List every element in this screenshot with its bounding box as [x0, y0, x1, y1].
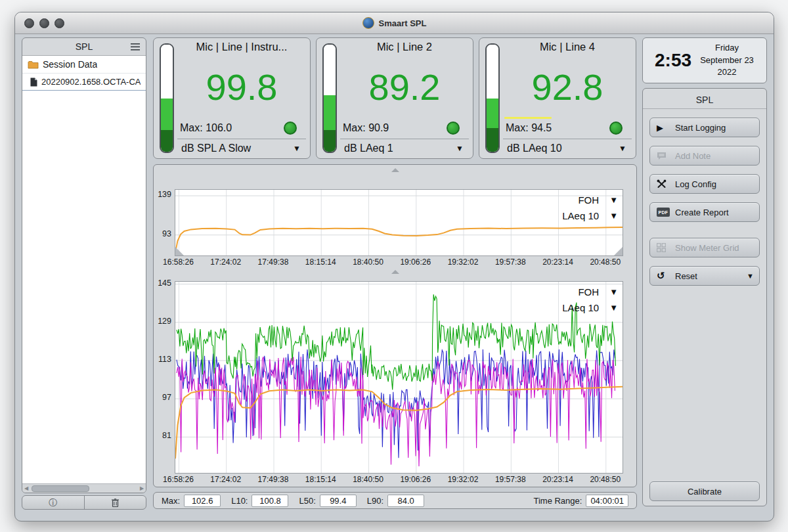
hamburger-icon — [131, 43, 140, 51]
meter-unit-dropdown[interactable]: dB LAeq 10 ▼ — [503, 139, 632, 156]
chevron-up-icon — [391, 270, 399, 274]
meter-title: Mic | Line 4 — [503, 41, 632, 53]
stat-max: Max: 102.6 — [162, 495, 221, 507]
scrollbar-thumb[interactable] — [32, 485, 89, 492]
document-icon — [30, 78, 37, 87]
time-range-value: 04:00:01 — [586, 495, 628, 507]
chevron-down-icon: ▼ — [609, 195, 618, 205]
y-tick-label: 129 — [154, 317, 171, 326]
reset-icon: ↺ — [657, 271, 665, 281]
sidebar-toolbar: ⓘ — [22, 495, 146, 510]
session-data-folder[interactable]: Session Data — [22, 56, 146, 74]
clock-panel: 2:53 Friday September 23 2022 — [642, 37, 767, 83]
legend-source-dropdown[interactable]: FOH ▼ — [578, 286, 618, 298]
range-grip-left[interactable] — [175, 247, 184, 255]
meter-unit-dropdown[interactable]: dB LAeq 1 ▼ — [340, 139, 469, 156]
session-file-row[interactable]: 20220902.1658.OCTA-CA — [22, 74, 146, 91]
history-chart-panel: 13993 FOH ▼ LAeq 10 ▼ 16:58:2617:24:0217… — [153, 164, 637, 487]
stat-max-value: 102.6 — [184, 495, 221, 507]
chevron-up-icon — [391, 168, 399, 172]
legend-source-dropdown[interactable]: FOH ▼ — [578, 194, 618, 206]
info-icon: ⓘ — [49, 499, 57, 507]
x-tick-label: 18:40:50 — [345, 475, 390, 484]
chevron-down-icon: ▼ — [747, 272, 754, 280]
y-tick-label: 139 — [154, 190, 171, 199]
stat-l50-value: 99.4 — [320, 495, 357, 507]
x-tick-label: 19:57:38 — [488, 475, 533, 484]
start-logging-button[interactable]: ▶ Start Logging — [649, 118, 760, 137]
x-tick-label: 18:15:14 — [298, 257, 343, 267]
y-tick-label: 145 — [154, 278, 171, 288]
y-tick-label: 81 — [154, 431, 171, 440]
x-tick-label: 19:57:38 — [488, 257, 533, 267]
close-button[interactable] — [24, 18, 34, 28]
top-chart-x-axis: 16:58:2617:24:0217:49:3818:15:1418:40:50… — [175, 257, 622, 268]
y-tick-label: 113 — [154, 355, 171, 364]
x-tick-label: 20:48:50 — [583, 257, 628, 267]
x-tick-label: 19:32:02 — [441, 257, 485, 267]
range-grip-right[interactable] — [614, 247, 623, 255]
meter-value: 89.2 — [340, 53, 469, 122]
status-led — [284, 122, 297, 135]
chevron-down-icon: ▼ — [609, 287, 618, 297]
bottom-chart-y-axis: 1451291139781 — [155, 281, 173, 472]
top-chart-legend: FOH ▼ LAeq 10 ▼ — [562, 194, 618, 221]
meter-unit-label: dB LAeq 1 — [344, 143, 393, 154]
y-tick-label: 93 — [154, 229, 171, 238]
titlebar[interactable]: Smaart SPL — [15, 12, 774, 34]
chart-collapse-handle[interactable] — [157, 166, 633, 173]
tools-icon — [657, 179, 667, 188]
x-tick-label: 18:15:14 — [298, 475, 343, 484]
scroll-left-icon[interactable]: ◀ — [22, 484, 30, 493]
sidebar-menu-button[interactable] — [129, 41, 142, 52]
control-panel-title: SPL — [643, 91, 766, 109]
session-info-button[interactable]: ⓘ — [22, 496, 84, 509]
stat-l50: L50: 99.4 — [299, 495, 356, 507]
status-led — [609, 122, 623, 135]
legend-metric-dropdown[interactable]: LAeq 10 ▼ — [562, 302, 618, 313]
x-tick-label: 18:40:50 — [345, 257, 390, 267]
clock-time: 2:53 — [643, 50, 691, 71]
x-tick-label: 17:49:38 — [251, 475, 296, 484]
scroll-right-icon[interactable]: ▶ — [138, 484, 146, 493]
chart-divider-handle[interactable] — [154, 268, 636, 276]
chevron-down-icon: ▼ — [293, 144, 301, 153]
grid-icon — [657, 243, 666, 252]
chevron-down-icon: ▼ — [609, 303, 618, 313]
stat-l10: L10: 100.8 — [231, 495, 288, 507]
level-meter-bar — [322, 43, 337, 153]
app-window: Smaart SPL SPL — [14, 12, 774, 521]
recent-max-indicator — [504, 117, 552, 119]
zoom-button[interactable] — [55, 18, 64, 28]
x-tick-label: 17:49:38 — [251, 257, 296, 267]
meter-unit-dropdown[interactable]: dB SPL A Slow ▼ — [177, 139, 306, 156]
show-meter-grid-button[interactable]: Show Meter Grid — [649, 238, 760, 257]
create-report-button[interactable]: PDF Create Report — [649, 202, 760, 222]
time-range: Time Range: 04:00:01 — [533, 495, 628, 507]
reset-button[interactable]: ↺ Reset ▼ — [649, 266, 760, 286]
x-tick-label: 19:32:02 — [441, 475, 485, 484]
note-icon — [657, 152, 667, 160]
minimize-button[interactable] — [39, 18, 49, 28]
bottom-chart-plot[interactable] — [175, 281, 623, 474]
top-chart-y-axis: 13993 — [155, 189, 173, 255]
add-note-button[interactable]: Add Note — [649, 146, 760, 166]
delete-session-button[interactable] — [84, 496, 146, 509]
session-sidebar: SPL Session Data — [22, 37, 146, 493]
level-meter-bar — [160, 43, 174, 153]
pdf-icon: PDF — [657, 208, 670, 217]
legend-metric-dropdown[interactable]: LAeq 10 ▼ — [562, 210, 618, 221]
x-tick-label: 16:58:26 — [156, 475, 200, 484]
x-tick-label: 20:48:50 — [583, 475, 628, 484]
spl-control-panel: SPL ▶ Start Logging Add Note — [642, 88, 767, 506]
log-config-button[interactable]: Log Config — [649, 174, 760, 194]
horizontal-scrollbar[interactable]: ◀ ▶ — [22, 483, 146, 493]
chevron-down-icon: ▼ — [619, 144, 626, 153]
window-title: Smaart SPL — [379, 18, 427, 28]
calibrate-button[interactable]: Calibrate — [649, 481, 760, 501]
top-chart-plot[interactable] — [175, 189, 623, 256]
x-tick-label: 20:23:14 — [536, 475, 580, 484]
meter-max: Max: 106.0 — [180, 122, 232, 134]
meter-max: Max: 90.9 — [343, 122, 389, 134]
trash-icon — [112, 499, 119, 507]
